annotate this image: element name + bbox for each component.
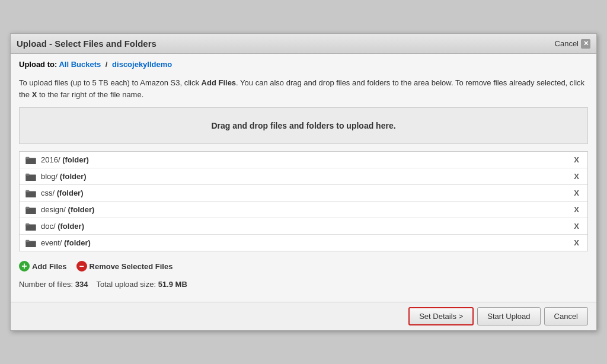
- folder-icon: [25, 189, 36, 197]
- remove-file-button[interactable]: X: [571, 222, 582, 231]
- drop-zone-label: Drag and drop files and folders to uploa…: [211, 121, 395, 130]
- header-cancel-button[interactable]: Cancel ✕: [555, 39, 590, 49]
- file-row: design/ (folder)X: [20, 202, 587, 218]
- file-row: css/ (folder)X: [20, 185, 587, 202]
- file-name: doc/ (folder): [41, 222, 84, 231]
- cancel-button[interactable]: Cancel: [544, 307, 588, 325]
- bucket-name-link[interactable]: discojekylldemo: [112, 60, 172, 69]
- remove-file-button[interactable]: X: [571, 238, 582, 247]
- folder-icon: [25, 239, 36, 247]
- upload-dialog: Upload - Select Files and Folders Cancel…: [10, 33, 597, 331]
- file-row: 2016/ (folder)X: [20, 152, 587, 168]
- folder-icon: [25, 156, 36, 164]
- svg-rect-2: [25, 157, 29, 159]
- dialog-body: Upload to: All Buckets / discojekylldemo…: [11, 54, 596, 302]
- size-prefix: Total upload size:: [97, 280, 156, 289]
- drop-zone[interactable]: Drag and drop files and folders to uploa…: [19, 107, 588, 144]
- remove-file-button[interactable]: X: [571, 205, 582, 214]
- remove-file-button[interactable]: X: [571, 189, 582, 197]
- file-row: doc/ (folder)X: [20, 218, 587, 235]
- folder-icon: [25, 222, 36, 231]
- remove-file-button[interactable]: X: [571, 155, 582, 164]
- file-count: 334: [75, 280, 88, 289]
- set-details-button[interactable]: Set Details >: [408, 307, 474, 325]
- add-icon: +: [19, 261, 30, 272]
- stats-row: Number of files: 334 Total upload size: …: [19, 280, 588, 289]
- file-name: blog/ (folder): [41, 172, 87, 181]
- svg-rect-14: [25, 223, 29, 225]
- breadcrumb-prefix: Upload to:: [19, 60, 57, 69]
- add-files-label: Add Files: [32, 262, 67, 271]
- remove-icon: −: [76, 261, 87, 272]
- remove-files-button[interactable]: − Remove Selected Files: [76, 261, 173, 272]
- file-name: 2016/ (folder): [41, 155, 89, 164]
- total-size: 51.9 MB: [158, 280, 187, 289]
- start-upload-button[interactable]: Start Upload: [477, 307, 540, 325]
- svg-rect-11: [25, 206, 29, 209]
- file-list: 2016/ (folder)X blog/ (folder)X css/ (fo…: [19, 151, 588, 251]
- folder-icon: [25, 206, 36, 214]
- dialog-footer: Set Details > Start Upload Cancel: [11, 302, 596, 330]
- all-buckets-link[interactable]: All Buckets: [59, 60, 101, 69]
- action-row: + Add Files − Remove Selected Files: [19, 257, 588, 275]
- info-text: To upload files (up to 5 TB each) to Ama…: [19, 77, 588, 100]
- svg-rect-8: [25, 190, 29, 192]
- close-icon[interactable]: ✕: [581, 39, 590, 49]
- file-name: event/ (folder): [41, 238, 91, 247]
- file-row: blog/ (folder)X: [20, 168, 587, 185]
- remove-file-button[interactable]: X: [571, 172, 582, 181]
- dialog-title: Upload - Select Files and Folders: [17, 39, 156, 49]
- svg-rect-17: [25, 240, 29, 242]
- file-name: css/ (folder): [41, 189, 84, 197]
- header-cancel-label: Cancel: [555, 39, 579, 48]
- dialog-header: Upload - Select Files and Folders Cancel…: [11, 34, 596, 54]
- svg-rect-5: [25, 173, 29, 175]
- breadcrumb: Upload to: All Buckets / discojekylldemo: [19, 60, 588, 69]
- folder-icon: [25, 173, 36, 181]
- file-row: event/ (folder)X: [20, 235, 587, 251]
- add-files-button[interactable]: + Add Files: [19, 261, 67, 272]
- file-count-prefix: Number of files:: [19, 280, 73, 289]
- remove-files-label: Remove Selected Files: [90, 262, 173, 271]
- file-name: design/ (folder): [41, 205, 94, 214]
- breadcrumb-separator: /: [106, 60, 108, 69]
